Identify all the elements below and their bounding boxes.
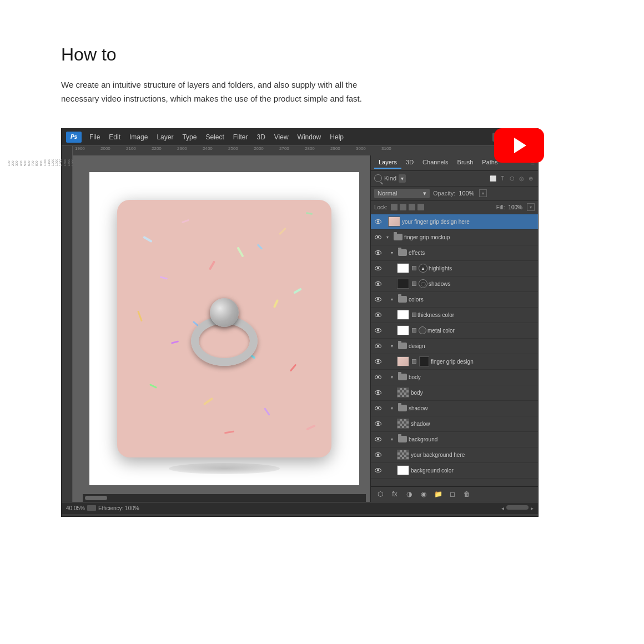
layer-item-your-background-here[interactable]: your background here: [371, 447, 538, 463]
layer-visibility-toggle[interactable]: [373, 232, 383, 242]
layer-item-shadows[interactable]: ◯ shadows: [371, 276, 538, 292]
menu-help[interactable]: Help: [326, 132, 347, 142]
folder-arrow[interactable]: ▾: [391, 297, 396, 302]
menu-select[interactable]: Select: [202, 132, 227, 142]
layer-visibility-toggle[interactable]: [373, 310, 383, 320]
layer-item-finger-grip-design[interactable]: finger grip design: [371, 354, 538, 370]
layer-visibility-toggle[interactable]: [373, 388, 383, 398]
layer-visibility-toggle[interactable]: [373, 434, 383, 444]
finger-grip-mockup: [191, 298, 258, 366]
folder-arrow[interactable]: ▾: [391, 437, 396, 442]
page-title: How to: [61, 44, 583, 65]
layer-visibility-toggle[interactable]: [373, 465, 383, 475]
layer-name: body: [411, 390, 536, 396]
timeline-scrubber[interactable]: [506, 505, 529, 510]
prev-frame-button[interactable]: ◂: [501, 505, 504, 511]
lock-paint-icon[interactable]: [400, 204, 406, 210]
lock-transparent-icon[interactable]: [391, 204, 398, 210]
folder-arrow[interactable]: ▾: [391, 344, 396, 349]
layer-name: highlights: [429, 265, 536, 271]
page-wrapper: How to We create an intuitive structure …: [0, 0, 644, 572]
layer-item-shadow-folder[interactable]: ▾ shadow: [371, 401, 538, 416]
menu-type[interactable]: Type: [179, 132, 200, 142]
folder-arrow[interactable]: ▾: [391, 406, 396, 411]
layer-visibility-toggle[interactable]: [373, 263, 383, 273]
menu-3d[interactable]: 3D: [253, 132, 268, 142]
layer-visibility-toggle[interactable]: [373, 450, 383, 460]
next-frame-button[interactable]: ▸: [531, 505, 534, 511]
layer-item-background-folder[interactable]: ▾ background: [371, 432, 538, 447]
layer-visibility-toggle[interactable]: [373, 372, 383, 382]
tab-brush[interactable]: Brush: [453, 157, 478, 169]
layer-thumbnail: [397, 279, 409, 289]
layer-mask-thumb: [419, 356, 429, 366]
adjustment-button[interactable]: ◉: [419, 489, 429, 499]
youtube-button[interactable]: [494, 128, 544, 163]
menu-layer[interactable]: Layer: [153, 132, 177, 142]
layer-name: colors: [409, 296, 536, 303]
blend-mode-dropdown[interactable]: Normal ▾: [374, 189, 430, 198]
menu-edit[interactable]: Edit: [105, 132, 124, 142]
layer-item-colors[interactable]: ▾ colors: [371, 292, 538, 308]
folder-arrow[interactable]: ▾: [386, 235, 392, 240]
layer-item-design[interactable]: ▾ design: [371, 339, 538, 354]
filter-vector-icon[interactable]: ⬡: [508, 174, 516, 182]
layer-visibility-toggle[interactable]: [373, 325, 383, 335]
layer-visibility-toggle[interactable]: [373, 279, 383, 289]
layer-item-body[interactable]: body: [371, 385, 538, 401]
layer-item-thickness-color[interactable]: thickness color: [371, 308, 538, 323]
layer-mask: ▲: [419, 264, 427, 273]
menu-image[interactable]: Image: [126, 132, 151, 142]
info-button[interactable]: [87, 505, 96, 511]
menu-view[interactable]: View: [271, 132, 292, 142]
lock-all-icon[interactable]: [417, 204, 424, 210]
filter-more-icon[interactable]: ⊕: [527, 174, 535, 182]
layer-visibility-toggle[interactable]: [373, 217, 383, 227]
filter-pixel-icon[interactable]: ⬜: [489, 174, 497, 182]
fill-arrow-btn[interactable]: ▾: [527, 203, 535, 211]
layer-item-body-folder[interactable]: ▾ body: [371, 370, 538, 385]
layer-visibility-toggle[interactable]: [373, 356, 383, 366]
opacity-arrow-btn[interactable]: ▾: [479, 189, 487, 197]
layer-visibility-toggle[interactable]: [373, 403, 383, 413]
menu-window[interactable]: Window: [294, 132, 325, 142]
layer-name: background: [409, 436, 536, 442]
layer-item-highlights[interactable]: ▲ highlights: [371, 261, 538, 276]
link-layers-button[interactable]: ⬡: [375, 489, 385, 499]
layer-mask: ◯: [419, 279, 427, 288]
layer-item-finger-grip-mockup[interactable]: ▾ finger grip mockup: [371, 230, 538, 245]
tab-channels[interactable]: Channels: [418, 157, 452, 169]
ruler-tick: 2300: [177, 146, 203, 151]
menu-file[interactable]: File: [86, 132, 103, 142]
play-icon: [514, 138, 526, 153]
layer-item-finger-grip-design-here[interactable]: your finger grip design here: [371, 214, 538, 230]
new-group-button[interactable]: 📁: [433, 489, 443, 499]
kind-dropdown[interactable]: ▾: [399, 174, 406, 183]
layer-visibility-toggle[interactable]: [373, 341, 383, 351]
delete-layer-button[interactable]: 🗑: [462, 489, 472, 499]
layer-item-effects[interactable]: ▾ effects: [371, 245, 538, 261]
lock-position-icon[interactable]: [409, 204, 415, 210]
new-layer-button[interactable]: ◻: [447, 489, 457, 499]
layer-visibility-toggle[interactable]: [373, 294, 383, 304]
layer-visibility-toggle[interactable]: [373, 248, 383, 258]
tab-3d[interactable]: 3D: [401, 157, 418, 169]
ruler-tick: 3000: [356, 146, 381, 151]
layer-name: design: [409, 343, 536, 349]
menu-filter[interactable]: Filter: [230, 132, 251, 142]
layer-item-metal-color[interactable]: metal color: [371, 323, 538, 339]
fx-button[interactable]: fx: [390, 489, 400, 499]
filter-text-icon[interactable]: T: [499, 174, 506, 182]
folder-arrow[interactable]: ▾: [391, 375, 396, 380]
layer-item-shadow[interactable]: shadow: [371, 416, 538, 432]
left-toolbar: 1002003004005006007008009001000110012001…: [62, 155, 73, 502]
folder-arrow[interactable]: ▾: [391, 250, 396, 255]
filter-smart-icon[interactable]: ◎: [517, 174, 525, 182]
layer-name: shadow: [409, 405, 536, 411]
ruler-tick: 2400: [203, 146, 228, 151]
layer-visibility-toggle[interactable]: [373, 419, 383, 429]
add-mask-button[interactable]: ◑: [404, 489, 414, 499]
layer-item-background-color[interactable]: background color: [371, 463, 538, 479]
scrollbar-thumb-h[interactable]: [85, 496, 107, 500]
tab-layers[interactable]: Layers: [374, 157, 401, 169]
